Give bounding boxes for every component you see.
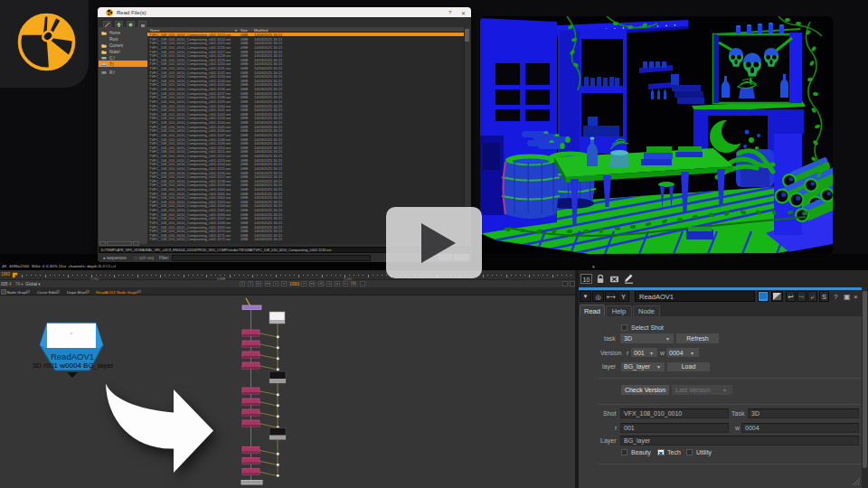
svg-text:ReadAOV1: ReadAOV1 bbox=[51, 352, 94, 361]
